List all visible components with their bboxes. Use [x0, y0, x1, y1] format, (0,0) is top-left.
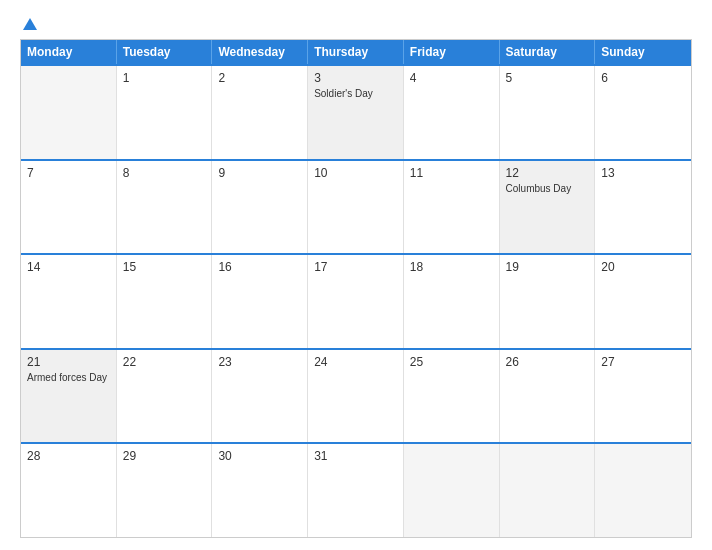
- header: [20, 18, 692, 31]
- calendar-cell: 6: [595, 66, 691, 159]
- logo-blue-text: [20, 18, 37, 31]
- day-number: 19: [506, 260, 589, 274]
- calendar-cell: 21Armed forces Day: [21, 350, 117, 443]
- day-number: 11: [410, 166, 493, 180]
- calendar-header-cell: Tuesday: [117, 40, 213, 64]
- calendar-week-row: 14151617181920: [21, 253, 691, 348]
- calendar-header-cell: Thursday: [308, 40, 404, 64]
- day-number: 23: [218, 355, 301, 369]
- calendar-cell: 10: [308, 161, 404, 254]
- day-number: 25: [410, 355, 493, 369]
- calendar-header-cell: Sunday: [595, 40, 691, 64]
- calendar-cell: 3Soldier's Day: [308, 66, 404, 159]
- day-number: 7: [27, 166, 110, 180]
- holiday-label: Columbus Day: [506, 182, 589, 195]
- calendar-cell: 8: [117, 161, 213, 254]
- calendar-week-row: 123Soldier's Day456: [21, 64, 691, 159]
- day-number: 26: [506, 355, 589, 369]
- day-number: 27: [601, 355, 685, 369]
- calendar-week-row: 789101112Columbus Day13: [21, 159, 691, 254]
- calendar-cell: 25: [404, 350, 500, 443]
- holiday-label: Soldier's Day: [314, 87, 397, 100]
- day-number: 31: [314, 449, 397, 463]
- day-number: 16: [218, 260, 301, 274]
- calendar-cell: 26: [500, 350, 596, 443]
- calendar-cell: 19: [500, 255, 596, 348]
- day-number: 6: [601, 71, 685, 85]
- calendar-cell: 5: [500, 66, 596, 159]
- calendar-cell: 9: [212, 161, 308, 254]
- day-number: 3: [314, 71, 397, 85]
- day-number: 12: [506, 166, 589, 180]
- day-number: 24: [314, 355, 397, 369]
- day-number: 10: [314, 166, 397, 180]
- day-number: 2: [218, 71, 301, 85]
- page: MondayTuesdayWednesdayThursdayFridaySatu…: [0, 0, 712, 550]
- calendar-cell: [595, 444, 691, 537]
- day-number: 5: [506, 71, 589, 85]
- day-number: 30: [218, 449, 301, 463]
- calendar-header-cell: Saturday: [500, 40, 596, 64]
- calendar-header-cell: Friday: [404, 40, 500, 64]
- calendar-cell: 31: [308, 444, 404, 537]
- day-number: 13: [601, 166, 685, 180]
- calendar-header-cell: Monday: [21, 40, 117, 64]
- calendar-cell: 7: [21, 161, 117, 254]
- calendar-cell: 4: [404, 66, 500, 159]
- calendar-cell: 1: [117, 66, 213, 159]
- day-number: 9: [218, 166, 301, 180]
- calendar-week-row: 21Armed forces Day222324252627: [21, 348, 691, 443]
- day-number: 4: [410, 71, 493, 85]
- calendar: MondayTuesdayWednesdayThursdayFridaySatu…: [20, 39, 692, 538]
- day-number: 21: [27, 355, 110, 369]
- calendar-header-row: MondayTuesdayWednesdayThursdayFridaySatu…: [21, 40, 691, 64]
- calendar-cell: 22: [117, 350, 213, 443]
- calendar-cell: 18: [404, 255, 500, 348]
- calendar-cell: [404, 444, 500, 537]
- calendar-cell: 27: [595, 350, 691, 443]
- day-number: 28: [27, 449, 110, 463]
- calendar-cell: 16: [212, 255, 308, 348]
- calendar-cell: 23: [212, 350, 308, 443]
- calendar-cell: 11: [404, 161, 500, 254]
- holiday-label: Armed forces Day: [27, 371, 110, 384]
- calendar-cell: 30: [212, 444, 308, 537]
- calendar-body: 123Soldier's Day456789101112Columbus Day…: [21, 64, 691, 537]
- calendar-cell: 12Columbus Day: [500, 161, 596, 254]
- day-number: 18: [410, 260, 493, 274]
- day-number: 29: [123, 449, 206, 463]
- calendar-cell: 2: [212, 66, 308, 159]
- day-number: 14: [27, 260, 110, 274]
- calendar-cell: 14: [21, 255, 117, 348]
- logo: [20, 18, 37, 31]
- calendar-cell: 17: [308, 255, 404, 348]
- logo-triangle-icon: [23, 18, 37, 30]
- calendar-cell: [21, 66, 117, 159]
- calendar-cell: 28: [21, 444, 117, 537]
- day-number: 8: [123, 166, 206, 180]
- calendar-week-row: 28293031: [21, 442, 691, 537]
- calendar-header-cell: Wednesday: [212, 40, 308, 64]
- day-number: 15: [123, 260, 206, 274]
- calendar-cell: 15: [117, 255, 213, 348]
- calendar-cell: [500, 444, 596, 537]
- calendar-cell: 20: [595, 255, 691, 348]
- calendar-cell: 29: [117, 444, 213, 537]
- day-number: 20: [601, 260, 685, 274]
- calendar-cell: 24: [308, 350, 404, 443]
- day-number: 1: [123, 71, 206, 85]
- day-number: 17: [314, 260, 397, 274]
- calendar-cell: 13: [595, 161, 691, 254]
- day-number: 22: [123, 355, 206, 369]
